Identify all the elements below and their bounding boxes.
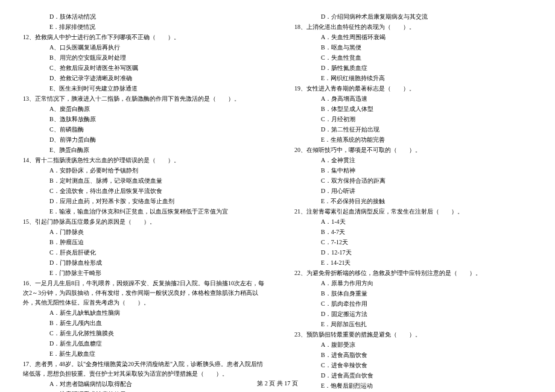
question-block: 12、抢救病人中护士进行的工作下列哪项不正确（ ）。 A、口头医嘱复诵后再执行 … bbox=[18, 33, 265, 93]
question-stem: 16、一足月儿生后8日，牛乳喂养，因烦躁不安、反复抽搐2日入院。每日抽搐10次左… bbox=[18, 279, 265, 308]
option: C．新生儿化脓性脑膜炎 bbox=[18, 329, 265, 338]
option: B．定时测血压、脉搏，记录呕血或便血量 bbox=[18, 176, 265, 186]
question-stem: 13、正常情况下，胰液进入十二指肠，在肠激酶的作用下首先激活的是（ ）。 bbox=[18, 94, 265, 104]
question-block: 18、上消化道出血特征性的表现为（ ）。 A．失血性周围循环衰竭 B．呕血与黑便… bbox=[290, 22, 537, 83]
option: D．用心听讲 bbox=[290, 186, 537, 196]
option: C．失血性贫血 bbox=[290, 53, 537, 63]
question-block: 20、在倾听技巧中，哪项是不可取的（ ）。 A．全神贯注 B．集中精神 C．双方… bbox=[290, 145, 537, 206]
option: D、前弹力蛋白酶 bbox=[18, 135, 265, 145]
option: A．失血性周围循环衰竭 bbox=[290, 33, 537, 42]
option: A、糜蛋白酶原 bbox=[18, 104, 265, 114]
option: D．固定搬运方法 bbox=[290, 309, 537, 319]
question-block: 16、一足月儿生后8日，牛乳喂养，因烦躁不安、反复抽搐2日入院。每日抽搐10次左… bbox=[18, 279, 265, 359]
question-stem: 17、患者男，48岁。以"全身性细胞黄染20天伴消瘦纳差"入院，诊断胰头癌。患者… bbox=[18, 359, 265, 379]
option: D．12-17天 bbox=[290, 248, 537, 258]
option: D、抢救记录字迹清晰及时准确 bbox=[18, 74, 265, 83]
option: A．门静脉炎 bbox=[18, 227, 265, 237]
question-block: 22、为避免骨折断端的移位，急救及护理中应特别注意的是（ ）。 A．原暴力作用方… bbox=[290, 268, 537, 329]
question-stem: 23、预防肠扭转最重要的措施是避免（ ）。 bbox=[290, 330, 537, 340]
option: E、医生未到时可先建立静脉通道 bbox=[18, 84, 265, 93]
option: B．新生儿颅内出血 bbox=[18, 318, 265, 328]
option: A、口头医嘱复诵后再执行 bbox=[18, 43, 265, 52]
question-block: 21、注射青霉素引起血清病型反应，常发生在注射后（ ）。 A．1-4天 B．4-… bbox=[290, 207, 537, 268]
option: C．7-12天 bbox=[290, 238, 537, 247]
option: D．肠性氮质血症 bbox=[290, 63, 537, 73]
option: E．新生儿败血症 bbox=[18, 349, 265, 359]
option: C．进食辛辣饮食 bbox=[290, 361, 537, 370]
option: C．全流饮食，待出血停止后恢复半流饮食 bbox=[18, 186, 265, 196]
option: E．生殖系统的功能完善 bbox=[290, 135, 537, 145]
option: B．肿瘤压迫 bbox=[18, 238, 265, 247]
option: C．月经初潮 bbox=[290, 115, 537, 124]
option: B．肢体自身重量 bbox=[290, 289, 537, 299]
option: B．集中精神 bbox=[290, 166, 537, 175]
question-stem: 20、在倾听技巧中，哪项是不可取的（ ）。 bbox=[290, 145, 537, 155]
option: D．门静脉血栓形成 bbox=[18, 258, 265, 268]
option: C、抢救后应及时请医生补写医嘱 bbox=[18, 63, 265, 73]
question-stem: 14、胃十二指肠溃疡急性大出血的护理错误的是（ ）。 bbox=[18, 156, 265, 165]
question-stem: 15、引起门静脉高压症最多见的原因是（ ）。 bbox=[18, 217, 265, 227]
option: C、前磷脂酶 bbox=[18, 125, 265, 134]
option: B．进食高脂饮食 bbox=[290, 350, 537, 360]
right-column: D．介绍同病种术后康复期病友与其交流 18、上消化道出血特征性的表现为（ ）。 … bbox=[290, 12, 537, 392]
option: E．不必保持目光的接触 bbox=[290, 197, 537, 206]
option: A．腹部受凉 bbox=[290, 340, 537, 350]
question-stem: 21、注射青霉素引起血清病型反应，常发生在注射后（ ）。 bbox=[290, 207, 537, 217]
option: C．肌肉牵拉作用 bbox=[290, 299, 537, 309]
option: B．体型呈成人体型 bbox=[290, 104, 537, 114]
left-column: D．肢体活动情况 E．排尿排便情况 12、抢救病人中护士进行的工作下列哪项不正确… bbox=[18, 12, 265, 392]
page-columns: D．肢体活动情况 E．排尿排便情况 12、抢救病人中护士进行的工作下列哪项不正确… bbox=[18, 12, 537, 392]
pre-option: E．排尿排便情况 bbox=[18, 22, 265, 32]
option: E．局部加压包扎 bbox=[290, 320, 537, 329]
question-stem: 18、上消化道出血特征性的表现为（ ）。 bbox=[290, 22, 537, 32]
question-block: 15、引起门静脉高压症最多见的原因是（ ）。 A．门静脉炎 B．肿瘤压迫 C．肝… bbox=[18, 217, 265, 278]
option: A．新生儿缺氧缺血性脑病 bbox=[18, 308, 265, 318]
option: D．新生儿低血糖症 bbox=[18, 339, 265, 349]
option: B．注意强调手术治疗的效果 bbox=[18, 390, 265, 392]
option: B．呕血与黑便 bbox=[290, 43, 537, 52]
option: A．安静卧床，必要时给予镇静剂 bbox=[18, 166, 265, 175]
option: C．肝炎后肝硬化 bbox=[18, 248, 265, 258]
option: E．14-21天 bbox=[290, 258, 537, 268]
option: B．4-7天 bbox=[290, 227, 537, 237]
pre-option: D．肢体活动情况 bbox=[18, 12, 265, 22]
question-block: 19、女性进入青春期的最著标志是（ ）。 A．身高增高迅速 B．体型呈成人体型 … bbox=[290, 84, 537, 145]
option: A．全神贯注 bbox=[290, 156, 537, 165]
page-footer: 第 2 页 共 17 页 bbox=[0, 379, 555, 388]
option: B、激肽释放酶原 bbox=[18, 115, 265, 124]
question-block: 14、胃十二指肠溃疡急性大出血的护理错误的是（ ）。 A．安静卧床，必要时给予镇… bbox=[18, 156, 265, 217]
option: A．原暴力作用方向 bbox=[290, 279, 537, 288]
option: A．1-4天 bbox=[290, 217, 537, 227]
question-stem: 12、抢救病人中护士进行的工作下列哪项不正确（ ）。 bbox=[18, 33, 265, 42]
option: E．网织红细胞持续升高 bbox=[290, 74, 537, 83]
option: D．应用止血药，对羟基卡胺，安络血等止血剂 bbox=[18, 197, 265, 206]
option: B、用完的空安瓿应及时处理 bbox=[18, 53, 265, 63]
option: A．身高增高迅速 bbox=[290, 94, 537, 104]
option: E、胰蛋白酶原 bbox=[18, 145, 265, 155]
option: E．门静脉主干畸形 bbox=[18, 268, 265, 278]
question-stem: 22、为避免骨折断端的移位，急救及护理中应特别注意的是（ ）。 bbox=[290, 268, 537, 278]
pre-option: D．介绍同病种术后康复期病友与其交流 bbox=[290, 12, 537, 22]
option: D．第二性征开始出现 bbox=[290, 125, 537, 134]
question-block: 13、正常情况下，胰液进入十二指肠，在肠激酶的作用下首先激活的是（ ）。 A、糜… bbox=[18, 94, 265, 155]
option: C．双方保持合适的距离 bbox=[290, 176, 537, 186]
option: E．输液，输血治疗休克和纠正贫血，以血压恢复稍低于正常值为宜 bbox=[18, 207, 265, 217]
question-stem: 19、女性进入青春期的最著标志是（ ）。 bbox=[290, 84, 537, 93]
